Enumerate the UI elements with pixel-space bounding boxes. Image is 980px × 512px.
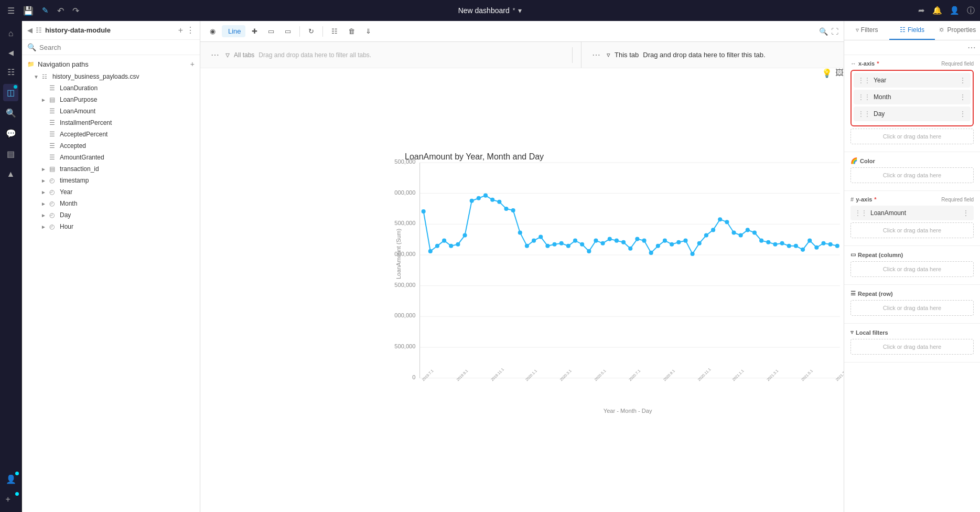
- search2-icon[interactable]: 🔍: [2, 104, 20, 122]
- back-icon[interactable]: ◀: [5, 45, 17, 60]
- tab-fields[interactable]: ☷ Fields: [889, 21, 934, 40]
- table-icon-accepted: ☰: [49, 142, 58, 150]
- add-user-icon[interactable]: 👤: [2, 471, 20, 488]
- tree-item-timestamp[interactable]: ► ◴ timestamp: [22, 175, 200, 186]
- fullscreen-icon[interactable]: ⛶: [831, 27, 838, 36]
- delete-btn[interactable]: 🗑: [344, 25, 359, 37]
- tree-item-loanpurpose[interactable]: ► ▤ LoanPurpose: [22, 94, 200, 105]
- month-field-menu[interactable]: ⋮: [959, 93, 966, 101]
- loanamount-drag-handle: ⋮⋮: [855, 209, 867, 217]
- svg-point-63: [731, 230, 736, 234]
- title-dropdown-icon[interactable]: ▾: [518, 6, 522, 15]
- svg-point-70: [780, 241, 784, 246]
- tree-item-installmentpercent[interactable]: ☰ InstallmentPercent: [22, 117, 200, 129]
- repeat-row-drop-zone[interactable]: Click or drag data here: [850, 300, 974, 316]
- chart-bulb-icon[interactable]: 💡: [822, 68, 832, 78]
- chart-icon[interactable]: ▤: [3, 145, 18, 163]
- comment-icon[interactable]: 💬: [2, 125, 20, 142]
- back-arrow[interactable]: ◀: [27, 26, 33, 34]
- tree-item-loanduration[interactable]: ☰ LoanDuration: [22, 82, 200, 94]
- user-icon[interactable]: 👤: [950, 6, 960, 15]
- this-tab-more-icon[interactable]: ⋯: [590, 48, 602, 62]
- svg-point-18: [422, 209, 426, 214]
- color-drop-zone[interactable]: Click or drag data here: [850, 167, 974, 183]
- year-field-menu[interactable]: ⋮: [959, 76, 966, 84]
- dashboard-title[interactable]: New dashboard * ▾: [458, 6, 522, 15]
- svg-text:LoanAmount (Sum): LoanAmount (Sum): [395, 228, 402, 279]
- menu-icon[interactable]: ☰: [5, 4, 17, 18]
- svg-point-27: [483, 194, 488, 198]
- undo-icon[interactable]: ↶: [55, 4, 66, 18]
- tab-filters[interactable]: ▿ Filters: [844, 21, 889, 40]
- notification-icon[interactable]: 🔔: [932, 6, 942, 15]
- save-icon[interactable]: 💾: [21, 4, 36, 18]
- nav-folder[interactable]: 📁 Navigation paths +: [22, 57, 200, 71]
- visualize-btn[interactable]: ◉: [206, 25, 220, 37]
- share-icon[interactable]: ➦: [918, 6, 925, 15]
- modules-icon[interactable]: ☷: [4, 63, 18, 81]
- tree-item-month[interactable]: ► ◴ Month: [22, 198, 200, 209]
- x-axis-day[interactable]: ⋮⋮ Day ⋮: [854, 106, 971, 121]
- line-btn[interactable]: ‪ Line: [222, 25, 245, 37]
- zoom-icon[interactable]: 🔍: [819, 27, 828, 36]
- clock-icon-hour: ◴: [49, 223, 58, 230]
- rp-more-icon[interactable]: ⋯: [967, 42, 976, 52]
- local-filters-drop-zone[interactable]: Click or drag data here: [850, 339, 974, 355]
- svg-point-21: [442, 239, 446, 243]
- y-axis-drop-zone[interactable]: Click or drag data here: [850, 222, 974, 238]
- loanamount-field-menu[interactable]: ⋮: [962, 209, 970, 217]
- x-axis-year[interactable]: ⋮⋮ Year ⋮: [854, 73, 971, 88]
- y-axis-loanamount[interactable]: ⋮⋮ LoanAmount ⋮: [850, 206, 974, 220]
- chart-image-icon[interactable]: 🖼: [835, 68, 844, 78]
- svg-text:2020.1.1: 2020.1.1: [525, 369, 538, 382]
- add-module-icon[interactable]: +: [178, 26, 183, 35]
- export-btn[interactable]: ⇓: [361, 25, 375, 37]
- rect-btn[interactable]: ▭: [264, 25, 278, 37]
- tree-item-transactionid[interactable]: ► ▤ transaction_id: [22, 163, 200, 175]
- data-icon[interactable]: ◫: [3, 84, 18, 101]
- tree-item-acceptedpercent[interactable]: ☰ AcceptedPercent: [22, 129, 200, 140]
- table-icon-loanduration: ☰: [49, 84, 58, 92]
- table-icon-loanamount: ☰: [49, 108, 58, 115]
- svg-text:2020.9.1: 2020.9.1: [663, 369, 676, 382]
- svg-point-58: [697, 241, 702, 246]
- rect2-btn[interactable]: ▭: [281, 25, 295, 37]
- x-axis-drop-zone[interactable]: Click or drag data here: [850, 129, 974, 144]
- tree-item-loanamount[interactable]: ☰ LoanAmount: [22, 105, 200, 117]
- svg-point-51: [649, 251, 653, 255]
- add-bottom-icon[interactable]: +: [2, 491, 20, 508]
- svg-point-55: [676, 240, 681, 244]
- tree-item-day[interactable]: ► ◴ Day: [22, 209, 200, 221]
- grid-btn[interactable]: ☷: [327, 25, 342, 37]
- tree-item-amountgranted[interactable]: ☰ AmountGranted: [22, 152, 200, 163]
- nav-add-icon[interactable]: +: [190, 60, 195, 68]
- refresh-btn[interactable]: ↻: [304, 25, 318, 37]
- svg-text:2020.7.1: 2020.7.1: [628, 369, 641, 382]
- more-icon[interactable]: ⋮: [186, 25, 195, 35]
- svg-point-78: [835, 244, 839, 248]
- module-name: history-data-module: [45, 26, 175, 34]
- help-icon[interactable]: ⓘ: [967, 6, 975, 16]
- tree-item-hour[interactable]: ► ◴ Hour: [22, 221, 200, 232]
- redo-icon[interactable]: ↷: [70, 4, 81, 18]
- all-tabs-more-icon[interactable]: ⋯: [209, 48, 221, 62]
- anchor-btn[interactable]: ✚: [247, 25, 262, 37]
- tree-item-accepted[interactable]: ☰ Accepted: [22, 140, 200, 152]
- all-tabs-zone: ⋯ ▿ All tabs Drag and drop data here to …: [200, 42, 581, 68]
- edit-icon[interactable]: ✎: [40, 4, 51, 17]
- tree-item-year[interactable]: ► ◴ Year: [22, 186, 200, 198]
- svg-point-43: [594, 239, 598, 243]
- svg-point-46: [615, 239, 619, 243]
- color-icon: 🌈: [850, 157, 858, 164]
- search-input[interactable]: [39, 44, 195, 51]
- day-field-name: Day: [874, 110, 956, 118]
- svg-text:500,000: 500,000: [394, 343, 415, 349]
- svg-point-19: [428, 249, 433, 253]
- csv-file-item[interactable]: ▼ ☷ history_business_payloads.csv: [22, 71, 200, 82]
- person-icon[interactable]: ▲: [3, 166, 19, 183]
- tab-properties[interactable]: ⛭ Properties: [935, 21, 980, 40]
- x-axis-month[interactable]: ⋮⋮ Month ⋮: [854, 90, 971, 104]
- home-icon[interactable]: ⌂: [5, 25, 17, 42]
- repeat-col-drop-zone[interactable]: Click or drag data here: [850, 261, 974, 277]
- day-field-menu[interactable]: ⋮: [959, 110, 966, 118]
